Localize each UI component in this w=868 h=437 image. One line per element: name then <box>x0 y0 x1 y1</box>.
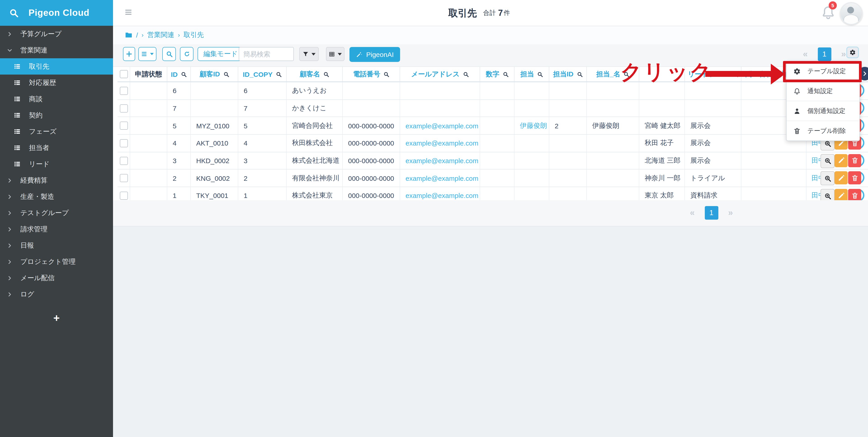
sidebar-item-label: 取引先 <box>29 62 49 71</box>
column-header-customer_name[interactable]: 顧客名 <box>287 67 343 81</box>
cell-value[interactable]: example@example.com <box>405 139 478 147</box>
column-header-id_copy[interactable]: ID_COPY <box>238 67 287 81</box>
column-header-label: ID <box>171 70 178 78</box>
zoom-in-icon <box>824 157 831 165</box>
column-header-phone[interactable]: 電話番号 <box>343 67 400 81</box>
cell-value[interactable]: example@example.com <box>405 175 478 182</box>
row-checkbox[interactable] <box>120 139 128 147</box>
row-edit-button[interactable] <box>835 154 848 167</box>
add-record-button[interactable] <box>123 47 135 61</box>
cell-value: あいうえお <box>292 87 327 95</box>
user-avatar[interactable] <box>840 2 863 25</box>
sidebar-group-生産・製造[interactable]: 生産・製造 <box>0 188 113 205</box>
sidebar-group-経費精算[interactable]: 経費精算 <box>0 172 113 188</box>
sidebar-item-リード[interactable]: リード <box>0 156 113 172</box>
sidebar-item-取引先[interactable]: 取引先 <box>0 58 113 74</box>
pagination-page-1[interactable]: 1 <box>705 206 718 220</box>
row-checkbox[interactable] <box>120 122 128 130</box>
row-edit-button[interactable] <box>835 171 848 185</box>
breadcrumb-current[interactable]: 取引先 <box>184 31 204 39</box>
sidebar-item-契約[interactable]: 契約 <box>0 107 113 123</box>
sidebar-item-担当者[interactable]: 担当者 <box>0 139 113 156</box>
row-checkbox[interactable] <box>120 174 128 182</box>
sidebar-group-プロジェクト管理[interactable]: プロジェクト管理 <box>0 253 113 270</box>
column-search-icon[interactable] <box>276 71 282 77</box>
cell-value[interactable]: 伊藤俊朗 <box>520 121 547 130</box>
column-search-icon[interactable] <box>577 71 583 77</box>
breadcrumb-group[interactable]: 営業関連 <box>147 31 174 39</box>
folder-icon <box>125 31 132 39</box>
sidebar-item-対応履歴[interactable]: 対応履歴 <box>0 74 113 91</box>
column-search-icon[interactable] <box>502 71 508 77</box>
row-checkbox[interactable] <box>120 192 128 200</box>
column-header-customer_id[interactable]: 顧客ID <box>191 67 238 81</box>
row-checkbox[interactable] <box>120 104 128 112</box>
column-header-email[interactable]: メールアドレス <box>400 67 480 81</box>
column-header-id[interactable]: ID <box>167 67 191 81</box>
sidebar-group-営業関連[interactable]: 営業関連 <box>0 42 113 58</box>
trash-icon <box>851 192 858 199</box>
column-settings-button[interactable] <box>326 47 344 61</box>
cell-value[interactable]: example@example.com <box>405 122 478 129</box>
pagination-next[interactable]: » <box>728 208 733 218</box>
row-detail-button[interactable] <box>820 154 835 168</box>
column-search-icon[interactable] <box>537 71 543 77</box>
app-logo[interactable]: Pigeon Cloud <box>0 0 113 26</box>
pigeon-ai-button[interactable]: PigeonAI <box>349 47 400 62</box>
sidebar-item-フェーズ[interactable]: フェーズ <box>0 123 113 139</box>
search-icon <box>166 51 173 57</box>
row-delete-button[interactable] <box>848 171 861 185</box>
cell-value[interactable]: example@example.com <box>405 157 478 164</box>
cell-value: AKT_0010 <box>196 139 228 147</box>
cell-customer_id: MYZ_0100 <box>191 117 238 134</box>
column-header-status[interactable]: 申請状態 <box>130 67 167 81</box>
row-select-cell <box>118 135 130 152</box>
breadcrumb-root[interactable]: / <box>136 31 138 39</box>
chevron-right-icon <box>7 227 12 231</box>
sidebar-group-メール配信[interactable]: メール配信 <box>0 270 113 286</box>
column-search-icon[interactable] <box>323 71 329 77</box>
pagination-next[interactable]: » <box>841 49 846 59</box>
column-search-icon[interactable] <box>223 71 229 77</box>
column-header-manager[interactable]: 担当 <box>515 67 549 81</box>
table-list-icon <box>13 79 21 86</box>
search-icon[interactable] <box>9 8 19 18</box>
row-checkbox[interactable] <box>120 157 128 165</box>
sidebar-group-予算グループ[interactable]: 予算グループ <box>0 26 113 42</box>
table-settings-gear-button[interactable] <box>846 46 859 58</box>
row-detail-button[interactable] <box>820 171 835 186</box>
column-search-icon[interactable] <box>463 71 469 77</box>
column-search-icon[interactable] <box>383 71 389 77</box>
edit-mode-button[interactable]: 編集モード <box>197 47 243 61</box>
pagination-prev[interactable]: « <box>690 208 694 218</box>
menu-item-テーブル削除[interactable]: テーブル削除 <box>786 121 860 141</box>
select-all-checkbox[interactable] <box>120 70 128 78</box>
quick-search-input[interactable] <box>239 47 294 61</box>
column-header-manager_id[interactable]: 担当ID <box>549 67 587 81</box>
cell-value: 000-0000-0000 <box>348 139 394 147</box>
search-button[interactable] <box>162 47 176 61</box>
bell-icon <box>794 88 801 95</box>
cell-value: MYZ_0100 <box>196 122 229 129</box>
sidebar-item-商談[interactable]: 商談 <box>0 91 113 107</box>
list-view-button[interactable] <box>138 47 156 61</box>
pagination-page-1[interactable]: 1 <box>817 48 831 61</box>
sidebar-group-請求管理[interactable]: 請求管理 <box>0 221 113 237</box>
row-delete-button[interactable] <box>848 154 861 167</box>
menu-item-通知設定[interactable]: 通知設定 <box>786 81 860 101</box>
row-checkbox[interactable] <box>120 87 128 95</box>
sidebar-group-テストグループ[interactable]: テストグループ <box>0 205 113 221</box>
pagination-prev[interactable]: « <box>803 49 808 59</box>
cell-rep_name: 宮崎 健太郎 <box>639 117 685 134</box>
sidebar-group-日報[interactable]: 日報 <box>0 237 113 253</box>
column-search-icon[interactable] <box>181 71 187 77</box>
filter-button[interactable] <box>299 47 319 61</box>
sidebar-add-button[interactable]: + <box>0 312 113 324</box>
cell-value[interactable]: example@example.com <box>405 192 478 199</box>
annotation-arrow-head <box>771 64 785 85</box>
sidebar-group-ログ[interactable]: ログ <box>0 286 113 302</box>
hamburger-menu-icon[interactable] <box>124 8 132 16</box>
refresh-button[interactable] <box>180 47 193 61</box>
column-header-number[interactable]: 数字 <box>480 67 515 81</box>
menu-item-個別通知設定[interactable]: 個別通知設定 <box>786 101 860 121</box>
